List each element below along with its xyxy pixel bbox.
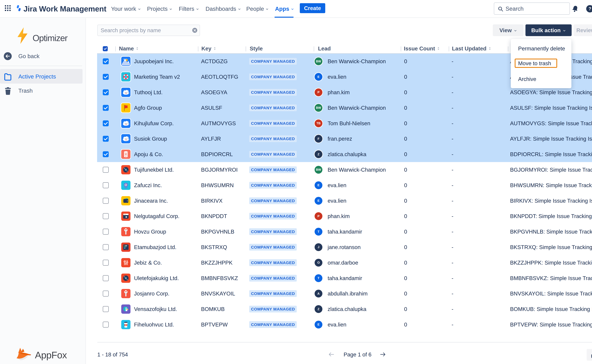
svg-text:?: ? [588,6,591,11]
